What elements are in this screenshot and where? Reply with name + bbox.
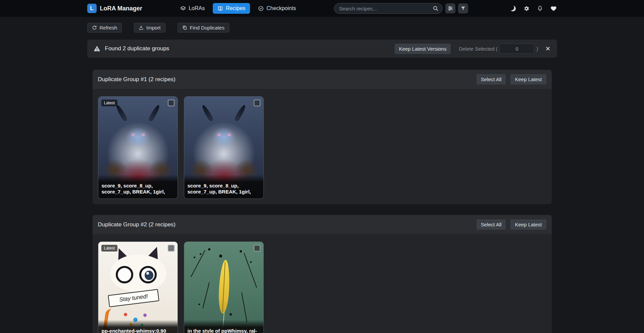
art-detail (124, 313, 127, 316)
brand: L LoRA Manager (87, 4, 142, 13)
art-detail (244, 253, 257, 288)
art-detail (217, 260, 230, 314)
tab-label: LoRAs (189, 5, 205, 11)
recipe-caption: pp-enchanted-whimsy:0.90 ral-frctlgmtry_… (98, 320, 178, 333)
import-label: Import (146, 25, 161, 31)
tab-label: Recipes (226, 5, 245, 11)
art-detail (234, 104, 247, 122)
gear-icon (523, 5, 530, 12)
main-content: Refresh Import Find Duplicates Found 2 d… (87, 17, 557, 333)
alert-actions: Keep Latest Versions Delete Selected ( )… (395, 44, 551, 54)
delete-selected-label: Delete Selected ( (459, 46, 497, 52)
nav-icon-cluster (510, 5, 557, 12)
art-detail (201, 104, 214, 122)
search-input[interactable] (334, 3, 443, 14)
group-card-list: Stay tuned! Latest pp-enchanted-whimsy:0… (93, 234, 552, 333)
alert-message: Found 2 duplicate groups (105, 45, 169, 52)
select-all-button[interactable]: Select All (477, 74, 506, 85)
recipe-image (184, 242, 263, 333)
delete-count-input[interactable] (499, 44, 534, 54)
app-title: LoRA Manager (100, 5, 142, 12)
keep-latest-button[interactable]: Keep Latest (510, 74, 546, 85)
moon-icon (510, 6, 516, 11)
find-duplicates-label: Find Duplicates (190, 25, 225, 31)
duplicate-group-1: Duplicate Group #1 (2 recipes) Select Al… (93, 70, 552, 204)
keep-latest-button[interactable]: Keep Latest (510, 219, 546, 230)
layers-icon (180, 6, 186, 11)
settings-button[interactable] (523, 5, 530, 12)
recipe-select-checkbox[interactable] (254, 100, 260, 106)
art-detail (202, 282, 209, 309)
tab-loras[interactable]: LoRAs (176, 3, 209, 14)
recipe-select-checkbox[interactable] (254, 245, 260, 252)
art-detail (241, 292, 247, 322)
book-icon (217, 6, 223, 11)
group-actions: Select All Keep Latest (477, 74, 546, 85)
recipe-card[interactable]: Stay tuned! Latest pp-enchanted-whimsy:0… (98, 241, 178, 333)
notifications-button[interactable] (537, 5, 543, 11)
group-title: Duplicate Group #1 (2 recipes) (98, 76, 176, 83)
delete-selected-suffix: ) (536, 46, 538, 52)
favorites-button[interactable] (550, 5, 557, 12)
recipe-select-checkbox[interactable] (168, 245, 175, 252)
art-detail (143, 314, 147, 317)
group-card-list: Latest score_9, score_8_up, score_7_up, … (93, 89, 552, 204)
art-detail (200, 253, 201, 255)
import-button[interactable]: Import (134, 23, 165, 33)
art-detail (142, 134, 145, 135)
sign-text: Stay tuned! (108, 289, 159, 307)
funnel-icon (460, 6, 466, 11)
theme-toggle-button[interactable] (510, 6, 516, 11)
duplicates-alert-banner: Found 2 duplicate groups Keep Latest Ver… (87, 40, 557, 58)
check-circle-icon (258, 6, 264, 11)
recipe-card[interactable]: Latest score_9, score_8_up, score_7_up, … (98, 96, 178, 199)
tab-label: Checkpoints (266, 5, 296, 11)
art-detail (190, 250, 205, 277)
refresh-button[interactable]: Refresh (87, 23, 122, 33)
top-navbar: L LoRA Manager LoRAs Recipes Checkpoi (0, 0, 644, 17)
group-header: Duplicate Group #2 (2 recipes) Select Al… (93, 215, 552, 234)
recipe-image: Stay tuned! (98, 242, 178, 333)
recipe-card[interactable]: in the style of ppWhimsy, ral-frctlgmtry… (184, 241, 264, 333)
recipe-caption: in the style of ppWhimsy, ral-frctlgmtry… (184, 320, 263, 333)
select-all-button[interactable]: Select All (477, 219, 506, 230)
art-detail (139, 266, 157, 283)
tab-checkpoints[interactable]: Checkpoints (253, 3, 301, 14)
art-detail (115, 104, 128, 122)
import-icon (139, 25, 144, 30)
delete-selected-button[interactable]: Delete Selected ( ) (459, 44, 538, 54)
art-detail (116, 266, 133, 283)
group-header: Duplicate Group #1 (2 recipes) Select Al… (93, 70, 552, 89)
warning-icon (93, 45, 101, 52)
duplicate-group-2: Duplicate Group #2 (2 recipes) Select Al… (93, 215, 552, 333)
search-icon[interactable] (433, 5, 440, 12)
heart-icon (550, 5, 557, 12)
find-duplicates-button[interactable]: Find Duplicates (178, 23, 229, 33)
recipe-card[interactable]: score_9, score_8_up, score_7_up, BREAK, … (184, 96, 264, 199)
art-detail (132, 134, 135, 135)
copy-icon (182, 25, 187, 30)
group-actions: Select All Keep Latest (477, 219, 546, 230)
tab-recipes[interactable]: Recipes (213, 3, 250, 14)
group-title: Duplicate Group #2 (2 recipes) (98, 221, 176, 228)
refresh-icon (92, 25, 97, 30)
recipe-caption: score_9, score_8_up, score_7_up, BREAK, … (184, 175, 263, 199)
close-icon[interactable]: × (545, 45, 551, 53)
toolbar: Refresh Import Find Duplicates (87, 17, 557, 33)
latest-badge: Latest (101, 245, 118, 252)
funnel-filter-button[interactable] (458, 3, 468, 13)
art-detail (228, 134, 231, 135)
refresh-label: Refresh (100, 25, 117, 31)
search-group (334, 3, 468, 14)
bell-icon (537, 5, 543, 11)
keep-latest-versions-button[interactable]: Keep Latest Versions (395, 44, 451, 54)
latest-badge: Latest (101, 100, 118, 106)
app-logo-icon: L (87, 4, 97, 13)
filter-sliders-button[interactable] (445, 3, 455, 13)
recipe-caption: score_9, score_8_up, score_7_up, BREAK, … (98, 175, 178, 199)
nav-tabs: LoRAs Recipes Checkpoints (176, 3, 301, 14)
art-detail (218, 134, 220, 135)
sliders-icon (448, 6, 453, 11)
art-detail (148, 104, 161, 122)
recipe-select-checkbox[interactable] (168, 100, 175, 106)
